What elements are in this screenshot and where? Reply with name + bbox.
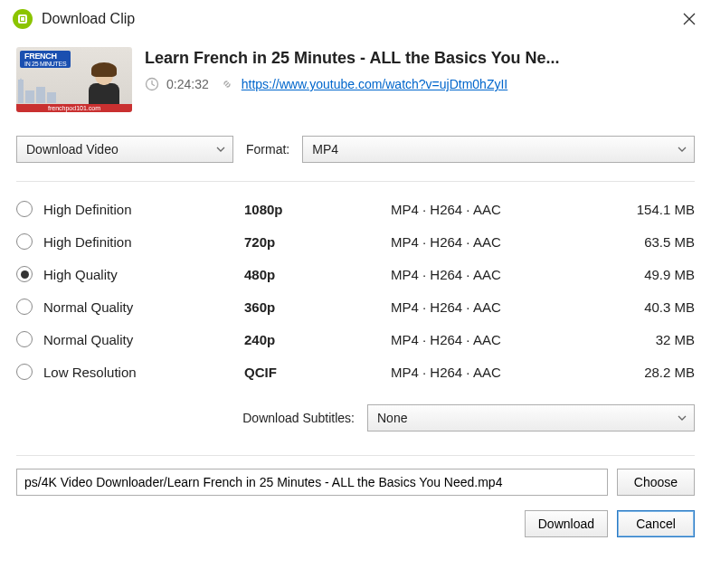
quality-radio[interactable] bbox=[16, 364, 33, 380]
subtitles-select[interactable]: None bbox=[367, 404, 695, 432]
quality-radio[interactable] bbox=[16, 233, 33, 250]
quality-codec: MP4 · H264 · AAC bbox=[391, 267, 572, 282]
quality-size: 32 MB bbox=[656, 332, 695, 347]
close-icon bbox=[683, 13, 696, 25]
chevron-down-icon bbox=[678, 415, 687, 421]
quality-row[interactable]: Normal Quality360pMP4 · H264 · AAC40.3 M… bbox=[16, 290, 695, 323]
thumb-footer: frenchpod101.com bbox=[16, 104, 132, 112]
subtitles-select-value: None bbox=[377, 411, 407, 425]
thumb-banner-top: FRENCH bbox=[24, 52, 57, 61]
action-select-value: Download Video bbox=[26, 142, 118, 156]
video-thumbnail: FRENCH IN 25 MINUTES frenchpod101.com bbox=[16, 47, 132, 112]
quality-radio[interactable] bbox=[16, 266, 33, 282]
quality-radio[interactable] bbox=[16, 201, 33, 217]
divider bbox=[16, 181, 695, 182]
action-select[interactable]: Download Video bbox=[16, 136, 233, 163]
download-button[interactable]: Download bbox=[525, 510, 608, 537]
quality-label: Low Resolution bbox=[43, 365, 233, 380]
format-select[interactable]: MP4 bbox=[302, 136, 695, 163]
quality-list: High Definition1080pMP4 · H264 · AAC154.… bbox=[0, 187, 711, 388]
quality-label: High Quality bbox=[43, 267, 233, 282]
quality-codec: MP4 · H264 · AAC bbox=[391, 202, 572, 217]
quality-codec: MP4 · H264 · AAC bbox=[391, 234, 572, 250]
quality-size: 154.1 MB bbox=[637, 202, 695, 217]
quality-resolution: 240p bbox=[244, 332, 380, 347]
format-select-value: MP4 bbox=[312, 142, 338, 156]
close-button[interactable] bbox=[680, 10, 698, 28]
video-duration: 0:24:32 bbox=[166, 77, 209, 91]
quality-size: 28.2 MB bbox=[644, 365, 695, 380]
quality-row[interactable]: High Quality480pMP4 · H264 · AAC49.9 MB bbox=[16, 258, 695, 290]
quality-radio[interactable] bbox=[16, 299, 33, 315]
window-title: Download Clip bbox=[42, 11, 135, 27]
subtitles-label: Download Subtitles: bbox=[16, 411, 355, 425]
quality-resolution: QCIF bbox=[244, 365, 380, 380]
quality-row[interactable]: High Definition720pMP4 · H264 · AAC63.5 … bbox=[16, 225, 695, 258]
quality-label: Normal Quality bbox=[43, 332, 233, 347]
quality-row[interactable]: Normal Quality240pMP4 · H264 · AAC32 MB bbox=[16, 323, 695, 356]
thumb-banner-sub: IN 25 MINUTES bbox=[24, 61, 66, 67]
quality-row[interactable]: Low ResolutionQCIFMP4 · H264 · AAC28.2 M… bbox=[16, 356, 695, 388]
quality-size: 49.9 MB bbox=[644, 267, 695, 282]
choose-button[interactable]: Choose bbox=[617, 469, 695, 496]
chevron-down-icon bbox=[678, 147, 687, 152]
quality-row[interactable]: High Definition1080pMP4 · H264 · AAC154.… bbox=[16, 193, 695, 225]
quality-codec: MP4 · H264 · AAC bbox=[391, 332, 572, 347]
quality-size: 63.5 MB bbox=[644, 234, 695, 250]
quality-resolution: 480p bbox=[244, 267, 380, 282]
quality-resolution: 1080p bbox=[244, 202, 380, 217]
quality-size: 40.3 MB bbox=[644, 299, 695, 315]
quality-resolution: 360p bbox=[244, 299, 380, 315]
quality-resolution: 720p bbox=[244, 234, 380, 250]
divider bbox=[16, 455, 695, 456]
clock-icon bbox=[145, 77, 159, 91]
quality-label: High Definition bbox=[43, 202, 233, 217]
cancel-button[interactable]: Cancel bbox=[617, 510, 695, 537]
quality-codec: MP4 · H264 · AAC bbox=[391, 365, 572, 380]
format-label: Format: bbox=[246, 142, 289, 156]
app-icon bbox=[13, 9, 33, 29]
video-url-link[interactable]: https://www.youtube.com/watch?v=ujDtm0hZ… bbox=[242, 77, 508, 91]
chevron-down-icon bbox=[216, 147, 225, 152]
link-icon bbox=[220, 77, 234, 91]
quality-codec: MP4 · H264 · AAC bbox=[391, 299, 572, 315]
quality-radio[interactable] bbox=[16, 331, 33, 347]
save-path-input[interactable] bbox=[16, 469, 608, 496]
video-title: Learn French in 25 Minutes - ALL the Bas… bbox=[145, 49, 695, 68]
quality-label: High Definition bbox=[43, 234, 233, 250]
quality-label: Normal Quality bbox=[43, 299, 233, 315]
